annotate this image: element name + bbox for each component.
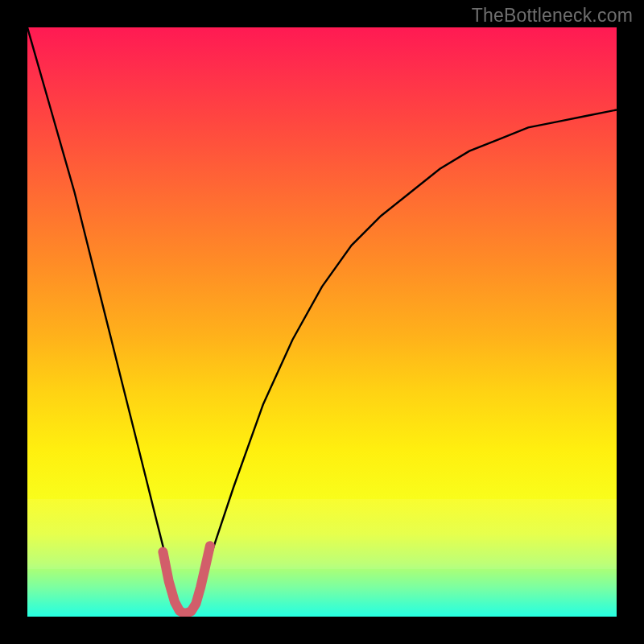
sweet-spot-marker bbox=[163, 546, 210, 613]
curve-layer bbox=[27, 27, 617, 617]
bottleneck-curve bbox=[27, 27, 617, 613]
plot-area bbox=[27, 27, 617, 617]
watermark-text: TheBottleneck.com bbox=[472, 5, 633, 27]
chart-frame: TheBottleneck.com bbox=[0, 0, 644, 644]
